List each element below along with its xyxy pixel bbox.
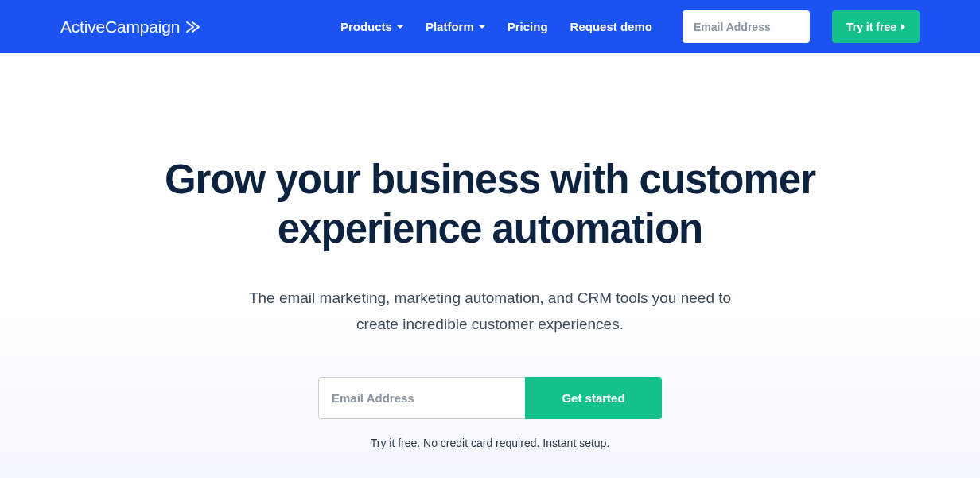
nav-platform-label: Platform bbox=[426, 20, 474, 33]
nav-products-label: Products bbox=[340, 20, 392, 33]
nav-pricing[interactable]: Pricing bbox=[508, 20, 548, 33]
nav-pricing-label: Pricing bbox=[508, 20, 548, 33]
logo-text: ActiveCampaign bbox=[60, 17, 180, 37]
play-triangle-icon bbox=[901, 24, 905, 30]
hero-email-input[interactable] bbox=[318, 377, 525, 419]
top-header: ActiveCampaign Products Platform Pricing… bbox=[0, 0, 980, 53]
hero-title: Grow your business with customer experie… bbox=[132, 155, 848, 254]
header-email-input[interactable] bbox=[682, 10, 810, 43]
try-it-free-button[interactable]: Try it free bbox=[832, 10, 920, 43]
hero-signup-form: Get started bbox=[318, 377, 662, 419]
hero-section: Grow your business with customer experie… bbox=[0, 53, 980, 449]
chevron-down-icon bbox=[479, 25, 485, 29]
try-free-label: Try it free bbox=[846, 21, 896, 33]
nav-platform[interactable]: Platform bbox=[426, 20, 485, 33]
hero-disclaimer: Try it free. No credit card required. In… bbox=[0, 437, 980, 449]
main-nav: Products Platform Pricing Request demo T… bbox=[340, 10, 920, 43]
get-started-button[interactable]: Get started bbox=[525, 377, 662, 419]
logo-arrows-icon bbox=[186, 21, 200, 33]
nav-request-demo[interactable]: Request demo bbox=[570, 20, 652, 33]
nav-products[interactable]: Products bbox=[340, 20, 403, 33]
logo[interactable]: ActiveCampaign bbox=[60, 17, 200, 37]
nav-request-demo-label: Request demo bbox=[570, 20, 652, 33]
chevron-down-icon bbox=[397, 25, 403, 29]
hero-subtitle: The email marketing, marketing automatio… bbox=[228, 286, 752, 337]
